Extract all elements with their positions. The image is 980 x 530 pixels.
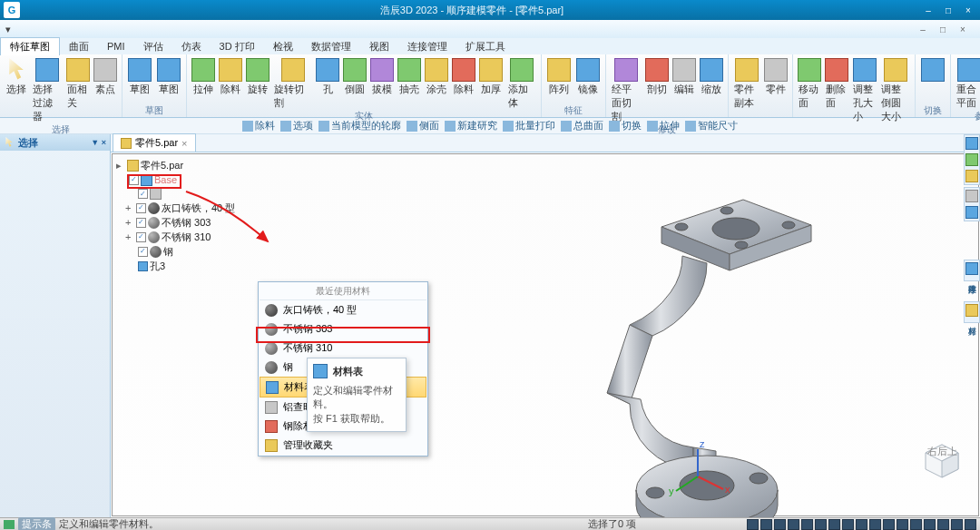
- planecut-button[interactable]: 经平面切割: [610, 56, 642, 125]
- part-button[interactable]: 零件: [763, 56, 789, 98]
- mdi-minimize-button[interactable]: –: [915, 23, 931, 35]
- cm-ss303[interactable]: 不锈钢 303: [260, 319, 426, 339]
- revolve-cut-button[interactable]: 旋转切割: [272, 56, 313, 112]
- sub-totalsurf[interactable]: 总曲面: [561, 119, 603, 132]
- sb-icon[interactable]: [897, 519, 908, 530]
- addbody-button[interactable]: 添加体: [506, 56, 538, 112]
- tab-pmi[interactable]: PMI: [98, 39, 134, 54]
- scale-button[interactable]: 缩放: [699, 56, 724, 98]
- resizefillet-button[interactable]: 调整倒圆大小: [879, 56, 911, 125]
- tool-icon[interactable]: [965, 206, 978, 219]
- sb-icon[interactable]: [801, 519, 813, 530]
- tab-evaluate[interactable]: 评估: [134, 38, 172, 55]
- sketch2-button[interactable]: 草图: [155, 56, 182, 98]
- tree-base[interactable]: ✓Base: [116, 172, 325, 187]
- close-button[interactable]: ×: [960, 4, 976, 16]
- maximize-button[interactable]: □: [940, 4, 956, 16]
- tree-root[interactable]: ▸零件5.par: [116, 158, 325, 172]
- minimize-button[interactable]: –: [920, 4, 936, 16]
- tool-icon[interactable]: [965, 304, 978, 317]
- moveface-button[interactable]: 移动面: [797, 56, 822, 112]
- tree-castiron[interactable]: +✓灰口铸铁，40 型: [116, 201, 325, 215]
- tab-table[interactable]: 仿表: [172, 38, 211, 55]
- edit-button[interactable]: 编辑: [671, 56, 697, 98]
- delface-button[interactable]: 删除面: [824, 56, 849, 112]
- sub-smartdim[interactable]: 智能尺寸: [685, 119, 738, 132]
- tab-3dprint[interactable]: 3D 打印: [211, 38, 264, 55]
- thicken-button[interactable]: 加厚: [478, 56, 504, 98]
- hole-button[interactable]: 孔: [315, 56, 340, 98]
- sb-icon[interactable]: [924, 519, 936, 530]
- sub-study[interactable]: 新建研究: [445, 119, 497, 132]
- qat-new[interactable]: ▾: [5, 24, 11, 35]
- fillet-button[interactable]: 倒圆: [342, 56, 368, 98]
- tree-material-icon-row[interactable]: ✓: [116, 187, 325, 201]
- sub-batchprint[interactable]: 批量打印: [503, 119, 555, 132]
- tab-connect[interactable]: 连接管理: [398, 38, 456, 55]
- select-filter-button[interactable]: 选择过滤器: [31, 56, 64, 125]
- view-cube[interactable]: 右后上: [922, 441, 962, 481]
- cm-manage-favorites[interactable]: 管理收藏夹: [260, 436, 426, 455]
- tool-icon[interactable]: [965, 262, 978, 275]
- sb-icon[interactable]: [760, 519, 772, 530]
- sub-options[interactable]: 选项: [280, 119, 313, 132]
- sb-icon[interactable]: [883, 519, 895, 530]
- sb-icon[interactable]: [828, 519, 840, 530]
- sb-icon[interactable]: [788, 519, 799, 530]
- coinc-plane-button[interactable]: 重合平面: [955, 56, 980, 112]
- tab-feature-sketch[interactable]: 特征草图: [0, 37, 60, 55]
- pt-button[interactable]: 素点: [93, 56, 118, 98]
- extrude-button[interactable]: 拉伸: [191, 56, 216, 98]
- sketch-button[interactable]: 草图: [126, 56, 153, 98]
- revolve-button[interactable]: 旋转: [245, 56, 270, 98]
- tab-view[interactable]: 视图: [360, 38, 398, 55]
- cm-castiron[interactable]: 灰口铸铁，40 型: [260, 300, 426, 319]
- mdi-close-button[interactable]: ×: [955, 23, 971, 35]
- pattern-button[interactable]: 阵列: [545, 56, 573, 98]
- tool-icon[interactable]: [965, 190, 978, 202]
- tree-ss310[interactable]: +✓不锈钢 310: [116, 230, 325, 244]
- tool-icon[interactable]: [965, 170, 978, 182]
- tree-steel[interactable]: ✓钢: [116, 244, 325, 259]
- tab-inspect[interactable]: 检视: [264, 38, 302, 55]
- sub-extrude[interactable]: 拉伸: [647, 119, 680, 132]
- tool-icon[interactable]: [965, 137, 978, 150]
- section-button[interactable]: 剖切: [644, 56, 670, 98]
- sb-icon[interactable]: [815, 519, 827, 530]
- face-rel-button[interactable]: 面相关: [65, 56, 91, 112]
- sub-side[interactable]: 侧面: [407, 119, 439, 132]
- tab-data[interactable]: 数据管理: [302, 38, 360, 55]
- cut2-button[interactable]: 除料: [451, 56, 476, 98]
- sub-switch[interactable]: 切换: [609, 119, 642, 132]
- resizehole-button[interactable]: 调整孔大小: [851, 56, 877, 125]
- sb-icon[interactable]: [869, 519, 881, 530]
- tab-surface[interactable]: 曲面: [60, 38, 98, 55]
- sb-icon[interactable]: [951, 519, 963, 530]
- cut-button[interactable]: 除料: [218, 56, 243, 98]
- select-button[interactable]: 选择: [4, 56, 29, 98]
- partcopy-button[interactable]: 零件副本: [732, 56, 761, 112]
- sub-profile[interactable]: 当前模型的轮廓: [318, 119, 401, 132]
- cm-ss310[interactable]: 不锈钢 310: [260, 339, 426, 358]
- tree-hole3[interactable]: 孔3: [116, 259, 325, 273]
- viewport[interactable]: ▸零件5.par ✓Base ✓ +✓灰口铸铁，40 型 +✓不锈钢 303 +…: [112, 153, 979, 516]
- sb-icon[interactable]: [910, 519, 922, 530]
- tab-extend[interactable]: 扩展工具: [456, 38, 514, 55]
- sb-icon[interactable]: [747, 519, 759, 530]
- sb-icon[interactable]: [774, 519, 786, 530]
- sb-icon[interactable]: [842, 519, 854, 530]
- tab-close-button[interactable]: ×: [181, 138, 187, 149]
- shell2-button[interactable]: 涂壳: [424, 56, 449, 98]
- sb-icon[interactable]: [856, 519, 867, 530]
- tree-ss303[interactable]: +✓不锈钢 303: [116, 215, 325, 230]
- chevron-down-icon[interactable]: ▼ ×: [91, 138, 106, 147]
- sub-cut[interactable]: 除料: [242, 119, 275, 132]
- tool-icon[interactable]: [965, 153, 978, 166]
- switch-button[interactable]: [919, 56, 946, 84]
- left-panel-header[interactable]: 选择 ▼ ×: [0, 134, 110, 151]
- mdi-maximize-button[interactable]: □: [935, 23, 951, 35]
- mirror-button[interactable]: 镜像: [574, 56, 602, 98]
- sb-icon[interactable]: [937, 519, 949, 530]
- document-tab[interactable]: 零件5.par ×: [113, 133, 196, 152]
- shell-button[interactable]: 抽壳: [397, 56, 422, 98]
